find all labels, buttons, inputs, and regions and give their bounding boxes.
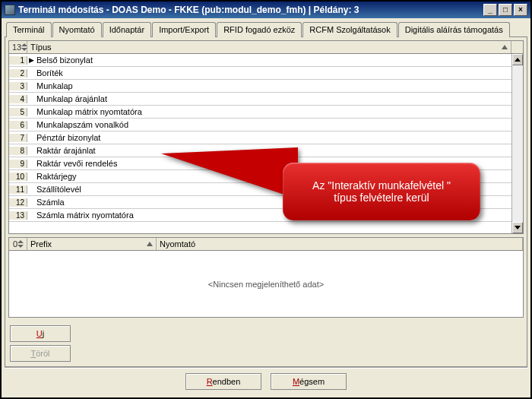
- assignments-grid[interactable]: 0 Prefix Nyomtató <Nincsen megjeleníthet…: [8, 237, 524, 318]
- sort-icon: [21, 43, 24, 51]
- row-number: 1: [9, 56, 27, 65]
- row-number: 9: [9, 160, 27, 168]
- table-row[interactable]: 9Raktár vevői rendelés: [9, 157, 511, 170]
- assignments-grid-header: 0 Prefix Nyomtató: [9, 238, 523, 251]
- ok-button[interactable]: Rendben: [185, 373, 261, 390]
- scroll-track[interactable]: [512, 65, 523, 222]
- row-label: Belső bizonylat: [35, 55, 511, 65]
- header-count-lower[interactable]: 0: [9, 238, 27, 250]
- row-number: 2: [9, 69, 27, 78]
- row-label: Számla: [35, 198, 511, 207]
- row-number: 7: [9, 134, 27, 142]
- new-button[interactable]: Uj: [10, 325, 71, 342]
- content-frame: Terminál Nyomtató Időnaptár Import/Expor…: [2, 18, 530, 397]
- row-label: Munkalap árajánlat: [35, 94, 511, 103]
- sort-icon: [17, 240, 24, 248]
- table-row[interactable]: 7Pénztár bizonylat: [9, 131, 511, 144]
- row-label: Szállítólevél: [35, 185, 511, 194]
- tab-idonaptar[interactable]: Időnaptár: [103, 22, 151, 37]
- row-number: 3: [9, 82, 27, 90]
- tab-strip: Terminál Nyomtató Időnaptár Import/Expor…: [5, 21, 527, 37]
- row-label: Pénztár bizonylat: [35, 133, 511, 142]
- table-row[interactable]: 2Boríték: [9, 67, 511, 80]
- table-row[interactable]: 11Szállítólevél: [9, 183, 511, 196]
- types-grid-rows: 1▶Belső bizonylat2Boríték3Munkalap4Munka…: [9, 54, 511, 233]
- tab-nyomtato[interactable]: Nyomtató: [52, 22, 102, 37]
- types-grid-header: 13 Típus: [9, 41, 523, 54]
- dialog-buttons: Rendben Mégsem: [5, 367, 527, 394]
- table-row[interactable]: 8Raktár árajánlat: [9, 144, 511, 157]
- tab-rfid[interactable]: RFID fogadó ezköz: [217, 22, 302, 37]
- row-label: Munkalap: [35, 81, 511, 90]
- table-row[interactable]: 10Raktárjegy: [9, 170, 511, 183]
- row-number: 10: [9, 173, 27, 181]
- row-number: 4: [9, 95, 27, 103]
- row-label: Számla mátrix nyomtatóra: [35, 211, 511, 220]
- delete-button[interactable]: Töröl: [10, 345, 71, 362]
- row-label: Munkalapszám vonalkód: [35, 120, 511, 129]
- header-scroll-spacer: [511, 41, 523, 53]
- row-action-buttons: Uj Töröl: [8, 321, 524, 363]
- chevron-down-icon: [515, 226, 521, 230]
- app-window: Terminál módosítás - DOAS Demo - FKKE (p…: [0, 0, 532, 399]
- table-row[interactable]: 12Számla: [9, 196, 511, 209]
- row-number: 11: [9, 185, 27, 194]
- types-grid[interactable]: 13 Típus 1▶Belső bizonylat2Boríték3Munka…: [8, 40, 524, 234]
- no-data-label: <Nincsen megjeleníthető adat>: [9, 251, 523, 317]
- window-title: Terminál módosítás - DOAS Demo - FKKE (p…: [18, 5, 359, 15]
- table-row[interactable]: 13Számla mátrix nyomtatóra: [9, 209, 511, 222]
- table-row[interactable]: 1▶Belső bizonylat: [9, 54, 511, 67]
- tab-terminal[interactable]: Terminál: [6, 22, 52, 37]
- header-count[interactable]: 13: [9, 41, 27, 53]
- row-label: Munkalap mátrix nyomtatóra: [35, 107, 511, 116]
- tab-body: 13 Típus 1▶Belső bizonylat2Boríték3Munka…: [5, 37, 527, 367]
- row-number: 8: [9, 147, 27, 155]
- table-row[interactable]: 5Munkalap mátrix nyomtatóra: [9, 106, 511, 119]
- maximize-button[interactable]: □: [499, 4, 512, 16]
- header-nyomtato[interactable]: Nyomtató: [157, 238, 523, 250]
- row-label: Raktárjegy: [35, 172, 511, 181]
- tab-import-export[interactable]: Import/Export: [152, 22, 216, 37]
- header-prefix[interactable]: Prefix: [27, 238, 157, 250]
- row-label: Raktár árajánlat: [35, 146, 511, 155]
- close-button[interactable]: ×: [514, 4, 527, 16]
- vertical-scrollbar[interactable]: [511, 54, 523, 233]
- row-number: 6: [9, 121, 27, 129]
- table-row[interactable]: 3Munkalap: [9, 80, 511, 93]
- table-row[interactable]: 6Munkalapszám vonalkód: [9, 119, 511, 131]
- titlebar: Terminál módosítás - DOAS Demo - FKKE (p…: [2, 2, 530, 18]
- header-tipus[interactable]: Típus: [27, 41, 511, 53]
- sort-asc-icon: [147, 242, 153, 246]
- sort-asc-icon: [502, 45, 508, 49]
- row-marker-icon: ▶: [27, 56, 35, 64]
- row-number: 13: [9, 211, 27, 220]
- row-number: 5: [9, 108, 27, 116]
- row-label: Boríték: [35, 68, 511, 78]
- row-label: Raktár vevői rendelés: [35, 159, 511, 168]
- tab-digitalis[interactable]: Digitális aláírás támogatás: [398, 22, 510, 37]
- chevron-up-icon: [515, 58, 521, 62]
- row-number: 12: [9, 198, 27, 207]
- app-icon: [5, 5, 15, 15]
- scroll-up-button[interactable]: [512, 54, 523, 65]
- tab-rcfm[interactable]: RCFM Szolgáltatások: [302, 22, 397, 37]
- table-row[interactable]: 4Munkalap árajánlat: [9, 93, 511, 106]
- cancel-button[interactable]: Mégsem: [271, 373, 347, 390]
- minimize-button[interactable]: _: [483, 4, 497, 16]
- scroll-down-button[interactable]: [512, 222, 523, 233]
